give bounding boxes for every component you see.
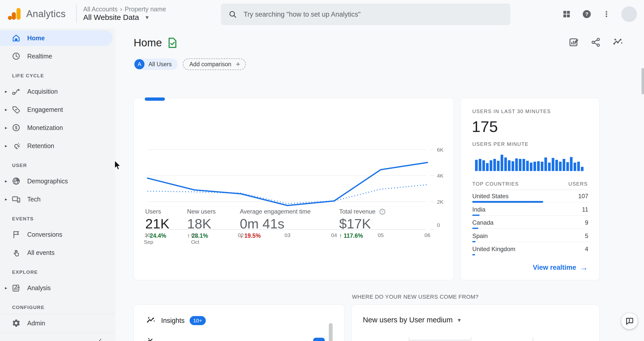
segment-badge: A [134, 59, 144, 69]
tech-icon [12, 195, 21, 204]
page-title-row: Home [134, 37, 178, 49]
sidebar-item-label: Monetization [27, 124, 63, 131]
svg-text:04: 04 [331, 232, 337, 238]
svg-text:?: ? [382, 210, 383, 214]
sidebar-item-acquisition[interactable]: ▸Acquisition [0, 84, 115, 99]
metric-delta: ↓ 19.5% [240, 232, 261, 239]
insights-sparkle-icon[interactable] [612, 37, 624, 48]
country-bar [472, 228, 478, 229]
sidebar-item-label: Engagement [27, 106, 63, 113]
analytics-logo-icon [7, 6, 23, 22]
country-bar [472, 241, 476, 242]
metric-value: $17K [339, 216, 371, 231]
acquisition-icon [12, 87, 21, 96]
add-comparison-label: Add comparison [189, 61, 231, 68]
help-icon[interactable]: ? [582, 9, 592, 19]
row-divider [472, 215, 588, 216]
share-icon[interactable] [591, 37, 601, 48]
sidebar-item-all-events[interactable]: All events [0, 245, 115, 260]
view-realtime-link[interactable]: View realtime → [533, 263, 588, 272]
chevron-down-icon: ▾ [458, 317, 461, 324]
sidebar-item-demographics[interactable]: ▸Demographics [0, 173, 115, 189]
new-users-title: New users by User medium [363, 316, 453, 324]
property-selector-label: All Website Data [83, 13, 139, 22]
sidebar-section-events: EVENTS [12, 216, 34, 222]
svg-text:6K: 6K [437, 147, 444, 153]
conversions-icon [12, 230, 21, 239]
search-bar[interactable] [221, 4, 510, 25]
property-selector[interactable]: All Website Data ▾ [83, 13, 149, 22]
expand-icon[interactable]: ▸ [4, 197, 9, 202]
expand-icon[interactable]: ▸ [4, 125, 9, 130]
metric-label: Total revenue [339, 208, 375, 215]
insight-action-pill[interactable] [313, 338, 325, 341]
page-scrollbar-thumb[interactable] [641, 68, 644, 94]
expand-icon[interactable]: ▸ [4, 107, 9, 112]
customize-report-icon[interactable] [568, 37, 579, 48]
feedback-chat-button[interactable] [621, 313, 637, 329]
sidebar-item-conversions[interactable]: Conversions [0, 227, 115, 242]
country-row-spain: Spain5 [461, 230, 600, 244]
collapse-sidebar-icon[interactable]: ‹ [99, 335, 102, 341]
monetization-icon: $ [12, 123, 21, 132]
admin-icon [12, 319, 21, 328]
sidebar-section-configure: CONFIGURE [12, 305, 44, 310]
retention-icon [12, 141, 21, 150]
expand-icon[interactable]: ▸ [4, 285, 9, 291]
per-minute-label: USERS PER MINUTE [472, 141, 529, 147]
sidebar-item-label: Conversions [27, 231, 62, 238]
country-bar [472, 215, 480, 216]
sidebar-item-tech[interactable]: ▸Tech [0, 191, 115, 207]
top-countries-header: TOP COUNTRIES [472, 181, 519, 187]
sidebar-item-admin[interactable]: Admin [0, 315, 115, 331]
insights-scrollbar[interactable] [329, 323, 333, 341]
expand-icon[interactable]: ▸ [4, 143, 9, 149]
metric-delta: ↑ 117.6% [339, 232, 363, 239]
svg-text:$: $ [15, 125, 17, 130]
verified-report-icon [167, 37, 178, 48]
breadcrumb-property[interactable]: Property name [125, 6, 166, 13]
breadcrumb-separator-icon: › [120, 6, 122, 13]
header-actions: ? [562, 0, 637, 28]
new-users-dimension-selector[interactable]: New users by User medium ▾ [363, 316, 461, 324]
segment-label: All Users [149, 61, 172, 68]
breadcrumb[interactable]: All Accounts › Property name [83, 6, 166, 13]
sidebar-item-retention[interactable]: ▸Retention [0, 138, 115, 154]
sidebar-item-label: Retention [27, 142, 54, 150]
sidebar-item-analysis[interactable]: ▸Analysis [0, 280, 115, 296]
overview-metrics-card: Users21K↑ 24.4%New users18K↑ 28.1%Averag… [133, 98, 454, 280]
analytics-logo[interactable]: Analytics [7, 6, 66, 22]
sidebar-item-engagement[interactable]: ▸Engagement [0, 102, 115, 117]
analysis-icon [12, 283, 21, 292]
new-users-card: New users by User medium ▾ [352, 304, 600, 341]
svg-text:Sep: Sep [144, 239, 153, 245]
metric-label: Average engagement time [240, 208, 311, 215]
insights-count-badge: 10+ [190, 316, 206, 325]
avatar[interactable] [621, 6, 637, 22]
sidebar-item-label: Acquisition [27, 88, 58, 95]
sidebar-item-realtime[interactable]: Realtime [0, 48, 115, 64]
expand-icon[interactable]: ▸ [4, 179, 9, 184]
sidebar-item-label: Tech [27, 196, 41, 203]
country-row-canada: Canada9 [461, 217, 600, 230]
more-vert-icon[interactable] [603, 10, 610, 18]
sidebar-section-user: USER [12, 163, 27, 168]
product-name: Analytics [26, 9, 66, 19]
help-icon[interactable]: ? [379, 208, 386, 215]
apps-grid-icon[interactable] [562, 10, 571, 18]
comparison-chips: A All Users Add comparison + [134, 58, 246, 70]
search-input[interactable] [244, 11, 471, 18]
insights-sparkle-icon [146, 316, 156, 325]
add-comparison-button[interactable]: Add comparison + [183, 58, 246, 70]
svg-text:Oct: Oct [191, 239, 199, 245]
expand-icon[interactable]: ▸ [4, 89, 9, 94]
home-icon [12, 33, 21, 43]
chevron-down-icon: ▾ [145, 14, 149, 21]
all-users-chip[interactable]: A All Users [134, 58, 178, 70]
sidebar-item-home[interactable]: Home [0, 30, 112, 46]
realtime-card: USERS IN LAST 30 MINUTES 175 USERS PER M… [460, 98, 600, 280]
breadcrumb-account[interactable]: All Accounts [83, 6, 118, 13]
sidebar-item-monetization[interactable]: ▸$Monetization [0, 120, 115, 135]
country-name: United States [472, 193, 509, 200]
realtime-title: USERS IN LAST 30 MINUTES [472, 109, 551, 114]
